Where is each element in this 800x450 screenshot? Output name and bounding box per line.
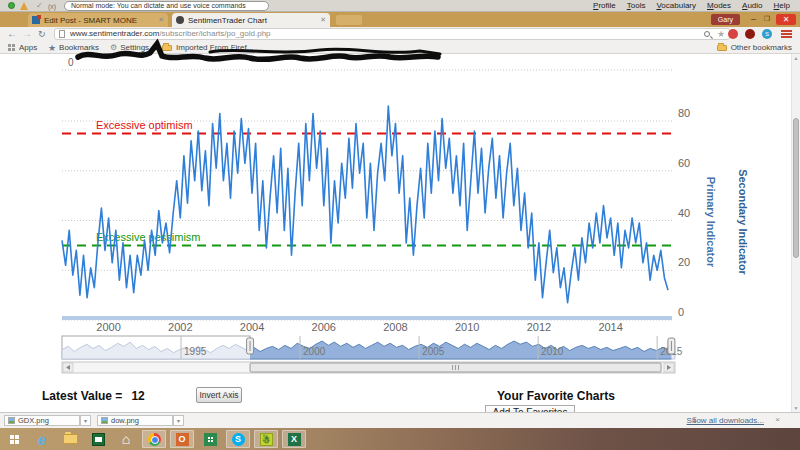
navigator-unselected-mask (62, 336, 250, 359)
forward-button[interactable]: → (22, 27, 32, 41)
y-axis-tick-label: 40 (678, 207, 690, 219)
navigator-tick-label: 2015 (660, 346, 683, 357)
x-axis-tick-label: 2010 (455, 321, 479, 333)
bookmark-imported-folder[interactable]: Imported From Firef... (162, 41, 253, 54)
chrome-icon[interactable] (142, 430, 166, 448)
bookmark-settings[interactable]: ⚙ Settings (110, 41, 149, 54)
page-vertical-scrollbar[interactable]: ▲ ▼ (791, 54, 800, 412)
download-item-menu-icon[interactable]: ▾ (80, 415, 91, 426)
folder-icon (162, 45, 172, 51)
internet-explorer-icon[interactable]: e (30, 430, 54, 448)
apps-grid-icon (8, 44, 11, 47)
bookmark-star-icon[interactable]: ★ (717, 30, 725, 39)
secondary-axis-title: Secondary Indicator (737, 169, 749, 275)
outlook-icon[interactable]: O (170, 430, 194, 448)
microphone-status-icon[interactable] (8, 2, 15, 9)
close-window-button[interactable]: ✕ (776, 14, 796, 25)
navigator-handle[interactable] (668, 338, 675, 354)
hscroll-left-button[interactable] (63, 363, 73, 372)
hscroll-right-button[interactable] (664, 363, 674, 372)
browser-tab-strip: Edit Post - SMART MONE ✕ SentimenTrader … (0, 12, 800, 27)
latest-value-readout: Latest Value =12 (42, 389, 145, 403)
download-item-menu-icon[interactable]: ▾ (173, 415, 184, 426)
address-bar[interactable]: www.sentimentrader.com /subscriber/ichar… (54, 28, 730, 40)
other-bookmarks[interactable]: Other bookmarks (717, 41, 792, 54)
navigator-area-selected (62, 341, 675, 359)
new-tab-button[interactable] (336, 15, 362, 25)
chrome-menu-icon[interactable] (781, 30, 792, 39)
maximize-window-button[interactable]: ❐ (764, 13, 770, 25)
menu-modes[interactable]: Modes (707, 1, 731, 10)
calculator-icon[interactable] (198, 430, 222, 448)
extension-icon-red[interactable] (728, 29, 738, 39)
download-item-dow[interactable]: dow.png (97, 415, 173, 426)
hscroll-thumb[interactable] (250, 363, 661, 372)
scroll-up-icon[interactable]: ▲ (792, 54, 800, 62)
scrollbar-thumb[interactable] (793, 118, 799, 258)
minimize-window-button[interactable]: – (751, 13, 756, 25)
hscroll-right-icon (667, 365, 671, 370)
scroll-down-icon[interactable]: ▼ (792, 404, 800, 412)
bookmark-apps[interactable]: Apps (8, 41, 37, 54)
x-axis-tick-label: 2014 (598, 321, 622, 333)
primary-indicator-series (62, 106, 668, 303)
excel-icon[interactable]: X (282, 430, 306, 448)
latest-value-number: 12 (131, 389, 144, 403)
bookmarks-bar: Apps ★ Bookmarks ⚙ Settings Imported Fro… (0, 41, 800, 54)
skype-icon[interactable]: S (226, 430, 250, 448)
navigator-area-full (62, 341, 675, 359)
dragon-flame-icon[interactable] (20, 2, 28, 10)
navigator-tick-label: 1995 (184, 346, 207, 357)
url-domain: www.sentimentrader.com (70, 29, 159, 39)
navigator-tick-label: 2000 (303, 346, 326, 357)
menu-vocabulary[interactable]: Vocabulary (656, 1, 696, 10)
navigator-handle[interactable] (247, 338, 254, 354)
browser-toolbar: ← → ↻ www.sentimentrader.com /subscriber… (0, 27, 800, 41)
tab-title: SentimenTrader Chart (188, 16, 316, 25)
y-axis-tick-label: 0 (678, 306, 684, 318)
menu-profile[interactable]: Profile (593, 1, 616, 10)
search-icon[interactable] (704, 31, 710, 37)
tab-title: Edit Post - SMART MONE (44, 16, 154, 25)
menu-audio[interactable]: Audio (742, 1, 762, 10)
page-icon (59, 30, 65, 38)
green-app-icon[interactable] (86, 430, 110, 448)
chart-hscrollbar-track[interactable] (62, 362, 675, 373)
profile-name-button[interactable]: Gary (711, 14, 740, 25)
desktop-screen: ✓ (x) Normal mode: You can dictate and u… (0, 0, 800, 450)
folder-icon (717, 45, 727, 51)
gear-icon: ⚙ (110, 43, 117, 52)
x-axis-tick-label: 2004 (240, 321, 264, 333)
menu-help[interactable]: Help (774, 1, 790, 10)
navigator-tick-label: 2010 (541, 346, 564, 357)
hscroll-left-icon (66, 365, 70, 370)
windows-start-icon[interactable] (2, 430, 26, 448)
image-file-icon (8, 417, 15, 424)
tab-edit-post[interactable]: Edit Post - SMART MONE ✕ (28, 13, 168, 27)
extension-icon-darkred[interactable] (745, 29, 755, 39)
file-explorer-icon[interactable] (58, 430, 82, 448)
check-icon: ✓ (36, 2, 43, 10)
extension-icon-blue[interactable]: S (762, 29, 772, 39)
dragon-icon[interactable]: ☃ (254, 430, 278, 448)
back-button[interactable]: ← (7, 27, 17, 41)
show-all-downloads-link[interactable]: Show all downloads... (687, 416, 764, 425)
navigator-tick-label: 2005 (422, 346, 445, 357)
home-icon[interactable]: ⌂ (114, 430, 138, 448)
menu-tools[interactable]: Tools (627, 1, 646, 10)
image-file-icon (101, 417, 108, 424)
close-tab-icon[interactable]: ✕ (320, 16, 326, 24)
y-axis-tick-label: 20 (678, 256, 690, 268)
close-downloads-bar-icon[interactable]: × (775, 415, 780, 424)
x-axis-tick-label: 2000 (96, 321, 120, 333)
y-axis-tick-label: 80 (678, 107, 690, 119)
dragon-voice-bar: ✓ (x) Normal mode: You can dictate and u… (0, 0, 800, 12)
download-item-gdx[interactable]: GDX.png (4, 415, 80, 426)
close-tab-icon[interactable]: ✕ (158, 16, 164, 24)
x-axis-tick-label: 2008 (383, 321, 407, 333)
tab-sentimentrader-chart[interactable]: SentimenTrader Chart ✕ (172, 13, 330, 27)
dragon-menu: ProfileToolsVocabularyModesAudioHelp (582, 1, 790, 10)
reload-button[interactable]: ↻ (38, 27, 46, 41)
bookmark-bookmarks[interactable]: ★ Bookmarks (48, 41, 99, 54)
invert-axis-button[interactable]: Invert Axis (196, 387, 242, 403)
